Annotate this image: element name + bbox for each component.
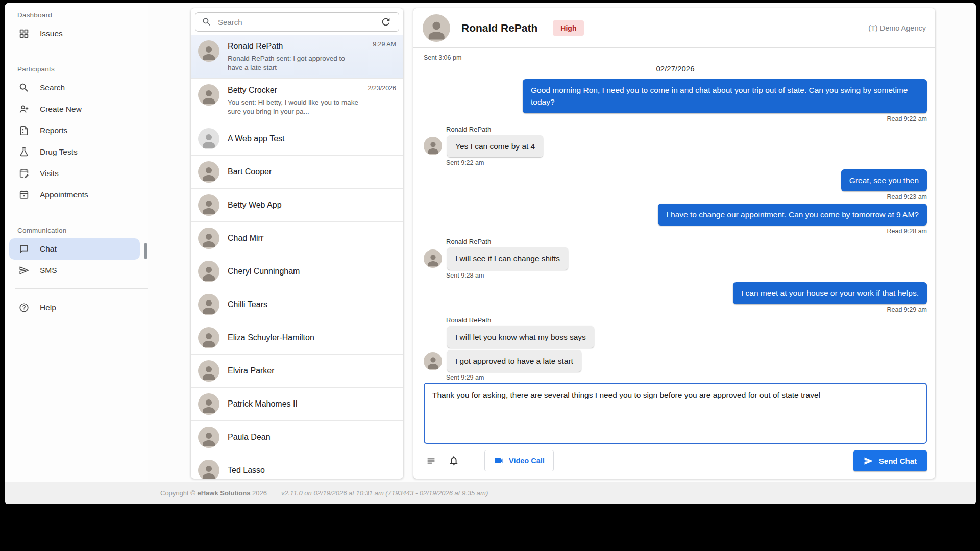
agency-label: (T) Demo Agency	[868, 24, 926, 32]
contact-row-patrick-mahomes-ii[interactable]: Patrick Mahomes II	[191, 387, 403, 420]
bell-icon	[448, 455, 459, 466]
message-bubble-outgoing: I have to change our appointment. Can yo…	[658, 204, 927, 226]
sidebar-item-create-new[interactable]: Create New	[5, 98, 148, 120]
calendar-icon	[18, 189, 30, 201]
send-chat-label: Send Chat	[879, 457, 917, 465]
contact-row-cheryl-cunningham[interactable]: Cheryl Cunningham	[191, 255, 403, 288]
sidebar-item-issues[interactable]: Issues	[5, 23, 148, 44]
message-status: Sent 3:06 pm	[424, 54, 927, 61]
message-bubble-incoming: I will see if I can change shifts	[447, 247, 568, 269]
message-sender-label: Ronald RePath	[446, 126, 927, 133]
contact-row-a-web-app-test[interactable]: A Web app Test	[191, 122, 403, 155]
version-text: v2.11.0 on 02/19/2026 at 10:31 am (71934…	[281, 489, 488, 497]
contact-row-ted-lasso[interactable]: Ted Lasso	[191, 454, 403, 479]
sidebar-scrollbar-thumb[interactable]	[144, 243, 147, 259]
contact-time: 2/23/2026	[368, 85, 396, 92]
divider	[15, 213, 148, 213]
contact-row-paula-dean[interactable]: Paula Dean	[191, 420, 403, 454]
contact-row-betty-web-app[interactable]: Betty Web App	[191, 188, 403, 221]
contact-name: Cheryl Cunningham	[228, 266, 300, 277]
sidebar-item-search[interactable]: Search	[5, 77, 148, 98]
grid-icon	[18, 28, 30, 39]
avatar	[424, 249, 442, 268]
video-call-label: Video Call	[509, 457, 545, 465]
message-bubble-outgoing: I can meet at your house or your work if…	[733, 282, 927, 304]
search-icon	[18, 82, 30, 93]
contacts-search-bar	[195, 12, 399, 32]
send-outline-icon	[18, 265, 30, 276]
chat-toolbar: Video Call Send Chat	[413, 448, 935, 479]
contacts-panel: Ronald RePath Ronald RePath sent: I got …	[191, 8, 403, 479]
divider	[15, 52, 148, 52]
footer: Copyright © eHawk Solutions 2026 v2.11.0…	[5, 482, 976, 504]
app-window: Dashboard Issues Participants Search Cre…	[5, 3, 976, 504]
person-add-icon	[18, 104, 30, 115]
contact-preview: Ronald RePath sent: I got approved to ha…	[228, 54, 361, 72]
message-status: Sent 9:29 am	[446, 374, 927, 380]
flask-icon	[18, 146, 30, 158]
contact-name: Bart Cooper	[228, 167, 272, 178]
sidebar-item-label: Search	[40, 83, 65, 92]
contact-time: 9:29 AM	[373, 41, 396, 48]
avatar	[198, 261, 219, 282]
sidebar-item-label: Help	[40, 303, 56, 312]
chat-header: Ronald RePath High (T) Demo Agency	[413, 8, 935, 48]
send-chat-button[interactable]: Send Chat	[853, 450, 927, 471]
refresh-button[interactable]	[379, 15, 393, 29]
contact-row-ronald-repath[interactable]: Ronald RePath Ronald RePath sent: I got …	[191, 35, 403, 78]
avatar	[198, 228, 219, 249]
message-status: Sent 9:22 am	[446, 159, 927, 166]
contact-name: Ted Lasso	[228, 465, 265, 476]
chat-contact-name: Ronald RePath	[461, 22, 537, 34]
avatar	[198, 84, 219, 106]
message-bubble-incoming: Yes I can come by at 4	[447, 135, 543, 157]
contact-name: Eliza Schuyler-Hamilton	[228, 333, 314, 343]
sidebar-item-chat[interactable]: Chat	[9, 238, 140, 260]
video-call-button[interactable]: Video Call	[484, 450, 554, 471]
search-input[interactable]	[218, 18, 373, 27]
sidebar-item-visits[interactable]: Visits	[5, 163, 148, 184]
message-bubble-outgoing: Good morning Ron, I need you to come in …	[523, 79, 927, 113]
avatar	[198, 161, 219, 183]
contact-name: A Web app Test	[228, 134, 284, 144]
contact-row-eliza-schuyler-hamilton[interactable]: Eliza Schuyler-Hamilton	[191, 321, 403, 354]
avatar	[198, 294, 219, 315]
sidebar-item-reports[interactable]: Reports	[5, 120, 148, 141]
avatar	[198, 327, 219, 348]
divider	[15, 288, 148, 289]
sidebar-item-appointments[interactable]: Appointments	[5, 184, 148, 206]
message-status: Sent 9:28 am	[446, 272, 927, 279]
message-sender-label: Ronald RePath	[446, 316, 927, 324]
sidebar-item-label: SMS	[40, 266, 57, 275]
search-icon	[202, 17, 212, 27]
short-text-icon	[426, 455, 437, 466]
contact-row-chad-mirr[interactable]: Chad Mirr	[191, 221, 403, 255]
contact-name: Paula Dean	[228, 432, 271, 443]
sidebar: Dashboard Issues Participants Search Cre…	[5, 3, 148, 482]
contact-row-elvira-parker[interactable]: Elvira Parker	[191, 354, 403, 387]
notifications-button[interactable]	[446, 453, 461, 468]
sidebar-item-sms[interactable]: SMS	[5, 260, 148, 281]
chat-panel: Ronald RePath High (T) Demo Agency Sent …	[413, 8, 935, 479]
avatar	[198, 40, 219, 62]
sidebar-item-label: Chat	[40, 244, 57, 254]
message-history: Sent 3:06 pm 02/27/2026 Good morning Ron…	[413, 48, 935, 380]
message-status: Read 9:23 am	[424, 193, 927, 201]
contact-row-bart-cooper[interactable]: Bart Cooper	[191, 155, 403, 188]
avatar	[424, 137, 442, 155]
message-status: Read 9:28 am	[424, 228, 927, 235]
message-bubble-outgoing: Great, see you then	[841, 169, 927, 191]
message-input[interactable]: Thank you for asking, there are several …	[425, 384, 926, 441]
message-options-button[interactable]	[424, 453, 439, 468]
contact-name: Betty Web App	[228, 200, 282, 211]
contact-row-chilli-tears[interactable]: Chilli Tears	[191, 288, 403, 321]
contact-name: Chad Mirr	[228, 233, 263, 244]
sidebar-item-drug-tests[interactable]: Drug Tests	[5, 141, 148, 163]
brand-name: eHawk Solutions	[197, 489, 250, 497]
sidebar-item-label: Reports	[40, 126, 67, 135]
contact-name: Ronald RePath	[228, 40, 361, 52]
sidebar-item-help[interactable]: Help	[5, 297, 148, 318]
contact-row-betty-crocker[interactable]: Betty Crocker You sent: Hi betty, I woul…	[191, 78, 403, 122]
send-icon	[864, 456, 873, 466]
sidebar-item-label: Drug Tests	[40, 147, 78, 157]
